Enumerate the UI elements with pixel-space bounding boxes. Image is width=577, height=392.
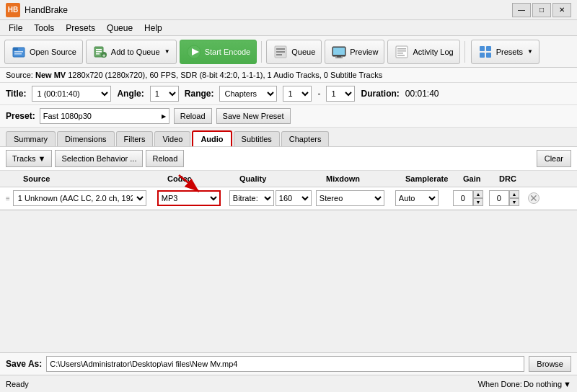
when-done-value: Do nothing xyxy=(524,380,562,388)
svg-rect-20 xyxy=(396,46,408,58)
source-label: Source: xyxy=(6,71,33,79)
samplerate-select[interactable]: Auto 22.05 24 32 44.1 48 xyxy=(395,190,439,206)
tab-filters[interactable]: Filters xyxy=(116,131,154,146)
activity-log-icon xyxy=(394,44,410,60)
gain-up-button[interactable]: ▲ xyxy=(473,190,483,198)
reload-button[interactable]: Reload xyxy=(146,150,184,167)
selection-behavior-button[interactable]: Selection Behavior ... xyxy=(55,150,143,167)
menu-queue[interactable]: Queue xyxy=(101,22,138,35)
cell-quality: Bitrate: Quality: 160 128 192 256 320 xyxy=(229,190,316,206)
start-encode-label: Start Encode xyxy=(205,48,251,56)
tracks-button[interactable]: Tracks ▼ xyxy=(6,150,52,167)
th-gain: Gain xyxy=(460,173,496,184)
title-label: Title: xyxy=(6,89,26,99)
tracks-label: Tracks xyxy=(12,154,36,163)
drag-handle-icon[interactable]: ≡ xyxy=(6,195,10,202)
gain-input[interactable] xyxy=(453,190,473,206)
queue-icon xyxy=(273,44,288,60)
menu-file[interactable]: File xyxy=(3,22,28,35)
titlebar-left: HB HandBrake xyxy=(6,3,68,17)
queue-button[interactable]: Queue xyxy=(266,40,322,64)
svg-rect-27 xyxy=(480,53,485,58)
drc-down-button[interactable]: ▼ xyxy=(509,198,519,206)
window-controls: — □ ✕ xyxy=(512,3,571,17)
quality-type-select[interactable]: Bitrate: Quality: xyxy=(229,190,274,206)
add-queue-dropdown-icon: ▼ xyxy=(164,48,170,55)
add-queue-icon: + xyxy=(92,44,108,60)
tab-chapters[interactable]: Chapters xyxy=(281,131,330,146)
svg-rect-3 xyxy=(14,53,22,55)
reload-preset-button[interactable]: Reload xyxy=(174,108,212,124)
preset-selector[interactable]: Fast 1080p30 ▶ xyxy=(40,108,169,124)
cell-mixdown: Mono Stereo Dolby Surround Dolby Pro Log… xyxy=(316,190,395,206)
minimize-button[interactable]: — xyxy=(512,3,531,17)
angle-select[interactable]: 1 xyxy=(150,86,179,102)
presets-button[interactable]: Presets ▼ xyxy=(471,40,539,64)
gain-spinner: ▲ ▼ xyxy=(453,190,483,206)
svg-rect-5 xyxy=(96,49,102,50)
drc-input[interactable] xyxy=(489,190,509,206)
clear-button[interactable]: Clear xyxy=(537,150,571,167)
cell-codec: None AAC (avcodec) AC3 E-AC3 MP3 Vorbis … xyxy=(157,190,229,206)
tab-summary[interactable]: Summary xyxy=(6,131,56,146)
queue-label: Queue xyxy=(291,48,315,56)
source-info-detail: 1280x720 (1280x720), 60 FPS, SDR (8-bit … xyxy=(68,71,382,79)
svg-rect-21 xyxy=(397,48,406,50)
table-row: ≡ 1 Unknown (AAC LC, 2.0 ch, 192 kbps) N… xyxy=(0,187,577,210)
th-source: Source xyxy=(20,173,164,184)
open-source-icon xyxy=(11,44,27,60)
duration-value: 00:01:40 xyxy=(405,89,439,99)
reload-label: Reload xyxy=(152,154,177,163)
when-done-label: When Done: xyxy=(478,380,522,388)
start-encode-button[interactable]: Start Encode xyxy=(180,40,257,64)
cell-source: 1 Unknown (AAC LC, 2.0 ch, 192 kbps) xyxy=(13,190,157,206)
save-preset-button[interactable]: Save New Preset xyxy=(216,108,291,124)
codec-select[interactable]: None AAC (avcodec) AC3 E-AC3 MP3 Vorbis … xyxy=(157,190,221,206)
th-samplerate: Samplerate xyxy=(402,173,460,184)
remove-track-button[interactable]: ✕ xyxy=(528,192,539,204)
mixdown-select[interactable]: Mono Stereo Dolby Surround Dolby Pro Log… xyxy=(316,190,384,206)
svg-rect-17 xyxy=(333,48,345,55)
presets-icon xyxy=(477,44,493,60)
drc-up-button[interactable]: ▲ xyxy=(509,190,519,198)
svg-rect-25 xyxy=(480,46,485,51)
menu-presets[interactable]: Presets xyxy=(60,22,101,35)
svg-rect-13 xyxy=(276,48,285,50)
range-separator: - xyxy=(317,89,320,99)
gain-down-button[interactable]: ▼ xyxy=(473,198,483,206)
tab-subtitles[interactable]: Subtitles xyxy=(234,131,280,146)
open-source-button[interactable]: Open Source xyxy=(4,40,83,64)
open-source-label: Open Source xyxy=(30,48,76,56)
th-mixdown: Mixdown xyxy=(323,173,402,184)
activity-log-button[interactable]: Activity Log xyxy=(387,40,459,64)
presets-label: Presets xyxy=(496,48,523,56)
when-done-selector[interactable]: When Done: Do nothing ▼ xyxy=(478,380,571,388)
source-track-select[interactable]: 1 Unknown (AAC LC, 2.0 ch, 192 kbps) xyxy=(13,190,146,206)
titlebar: HB HandBrake — □ ✕ xyxy=(0,0,577,20)
preset-value: Fast 1080p30 xyxy=(43,112,92,120)
add-to-queue-button[interactable]: + Add to Queue ▼ xyxy=(86,40,177,64)
app-logo: HB xyxy=(6,3,20,17)
title-select[interactable]: 1 (00:01:40) xyxy=(32,86,111,102)
range-to-select[interactable]: 1 xyxy=(326,86,355,102)
maximize-button[interactable]: □ xyxy=(532,3,551,17)
sub-toolbar-left: Tracks ▼ Selection Behavior ... Reload xyxy=(6,150,184,167)
menu-help[interactable]: Help xyxy=(138,22,168,35)
range-type-select[interactable]: Chapters xyxy=(219,86,277,102)
menu-tools[interactable]: Tools xyxy=(28,22,60,35)
browse-button[interactable]: Browse xyxy=(529,356,571,372)
cell-drc: ▲ ▼ xyxy=(489,190,525,206)
source-name: New MV xyxy=(35,71,66,79)
save-path-input[interactable] xyxy=(46,356,524,372)
add-queue-label: Add to Queue xyxy=(111,48,160,56)
range-from-select[interactable]: 1 xyxy=(283,86,312,102)
preview-button[interactable]: Preview xyxy=(325,40,384,64)
when-done-dropdown-icon: ▼ xyxy=(563,380,571,388)
tab-dimensions[interactable]: Dimensions xyxy=(57,131,114,146)
menubar: File Tools Presets Queue Help xyxy=(0,20,577,36)
tab-audio[interactable]: Audio xyxy=(192,130,232,146)
close-button[interactable]: ✕ xyxy=(552,3,571,17)
tab-video[interactable]: Video xyxy=(154,131,190,146)
quality-value-select[interactable]: 160 128 192 256 320 xyxy=(276,190,312,206)
cell-close: ✕ xyxy=(528,192,542,204)
